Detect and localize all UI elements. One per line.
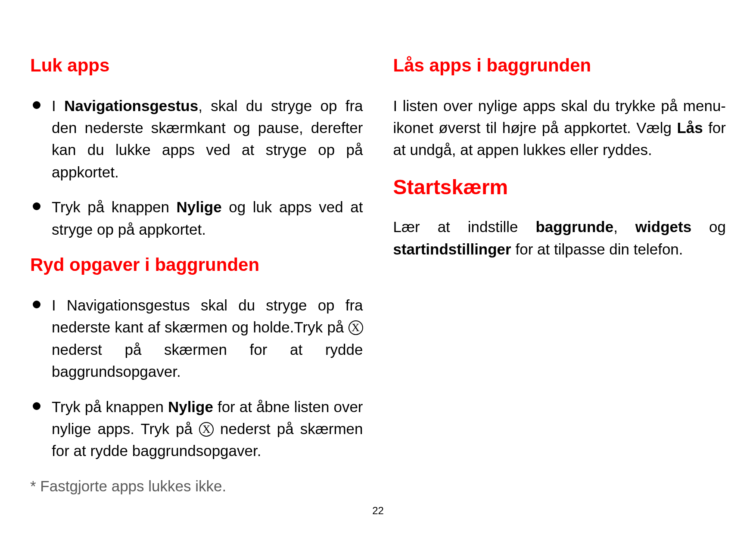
close-circle-icon: X (348, 320, 363, 335)
page-content: Luk apps I Navigationsgestus, skal du st… (0, 0, 756, 534)
bold-text: startindstillinger (393, 241, 511, 258)
text: Tryk på knappen (52, 199, 177, 215)
text: , (613, 218, 635, 235)
bold-text: widgets (635, 218, 691, 235)
bold-text: Navigationsgestus (64, 97, 198, 114)
heading-homescreen: Startskærm (393, 174, 726, 201)
paragraph: I listen over nylige apps skal du trykke… (393, 95, 726, 161)
heading-lock-background: Lås apps i baggrunden (393, 54, 726, 78)
page-number: 22 (0, 505, 756, 517)
text: Lær at indstille (393, 218, 536, 235)
footnote-text: * Fastgjorte apps lukkes ikke. (30, 475, 363, 497)
list-item: I Navigationsgestus, skal du stryge op f… (30, 95, 363, 183)
close-circle-icon: X (199, 422, 214, 437)
clear-background-list: I Navigationsgestus skal du stryge op fr… (30, 294, 363, 462)
text: I (52, 97, 64, 114)
list-item: Tryk på knappen Nylige og luk apps ved a… (30, 196, 363, 240)
heading-clear-background: Ryd opgaver i baggrunden (30, 253, 363, 277)
list-item: I Navigationsgestus skal du stryge op fr… (30, 294, 363, 383)
heading-close-apps: Luk apps (30, 54, 363, 78)
close-apps-list: I Navigationsgestus, skal du stryge op f… (30, 95, 363, 241)
bold-text: Nylige (177, 199, 222, 215)
bold-text: Lås (677, 119, 703, 136)
bold-text: Nylige (168, 398, 213, 415)
bold-text: baggrunde (535, 218, 613, 235)
text: og (691, 218, 726, 235)
text: nederst på skærmen for at rydde baggrund… (52, 341, 363, 380)
list-item: Tryk på knappen Nylige for at åbne liste… (30, 396, 363, 462)
paragraph: Lær at indstille baggrunde, widgets og s… (393, 216, 726, 260)
text: Tryk på knappen (52, 398, 168, 415)
text: for at tilpasse din telefon. (511, 241, 683, 258)
text: I Navigationsgestus skal du stryge op fr… (52, 297, 363, 335)
text: I listen over nylige apps skal du trykke… (393, 97, 726, 136)
